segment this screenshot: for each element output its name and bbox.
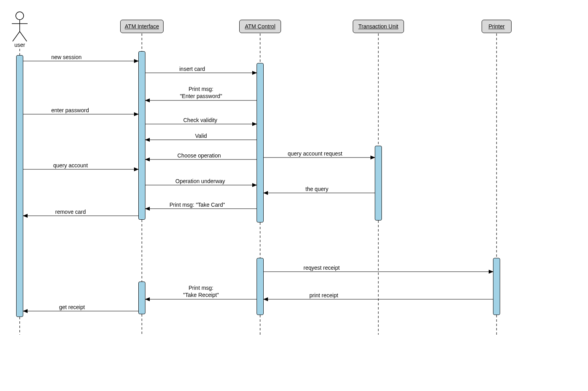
svg-point-0 (16, 12, 24, 20)
msg-enter-password-prompt-l1: Print msg: (188, 86, 213, 92)
msg-take-receipt-prompt: Print msg: "Take Receipt" (166, 285, 236, 298)
activation-atm-control-2 (257, 258, 264, 315)
diagram-svg (0, 0, 588, 391)
msg-print-receipt: print receipt (309, 292, 338, 298)
participant-transaction-unit: Transaction Unit (353, 20, 404, 33)
svg-line-4 (20, 32, 27, 41)
msg-operation-underway: Operation underway (175, 178, 225, 184)
actor-label: user (8, 42, 32, 48)
participant-atm-interface: ATM Interface (120, 20, 164, 33)
activation-atm-interface-1 (138, 51, 145, 220)
msg-request-receipt: reqyest receipt (303, 265, 340, 271)
msg-valid: Valid (195, 133, 207, 139)
msg-remove-card: remove card (55, 209, 86, 215)
msg-choose-operation: Choose operation (177, 152, 221, 159)
activation-printer (493, 258, 500, 315)
activation-transaction-unit (375, 146, 382, 221)
msg-get-receipt: get receipt (59, 304, 85, 310)
msg-query-account: query account (53, 162, 88, 169)
svg-line-3 (13, 32, 20, 41)
msg-query-account-request: query account request (288, 150, 342, 157)
msg-enter-password-prompt: Print msg: "Enter password" (166, 86, 236, 100)
msg-enter-password-prompt-l2: "Enter password" (180, 93, 222, 99)
msg-enter-password: enter password (51, 107, 89, 113)
participant-atm-control: ATM Control (239, 20, 281, 33)
actor-icon (12, 12, 28, 41)
msg-the-query: the query (305, 186, 328, 192)
msg-insert-card: insert card (179, 66, 205, 72)
msg-check-validity: Check validity (183, 117, 217, 123)
msg-new-session: new session (51, 54, 82, 60)
sequence-diagram: user ATM Interface ATM Control Transacti… (0, 0, 588, 391)
activation-atm-interface-2 (138, 282, 145, 314)
msg-take-receipt-prompt-l1: Print msg: (188, 285, 213, 291)
participant-printer: Printer (482, 20, 512, 33)
activation-user (16, 55, 23, 317)
activation-atm-control-1 (257, 63, 264, 222)
msg-take-card-prompt: Print msg: "Take Card" (169, 202, 225, 208)
msg-take-receipt-prompt-l2: "Take Receipt" (183, 292, 219, 298)
